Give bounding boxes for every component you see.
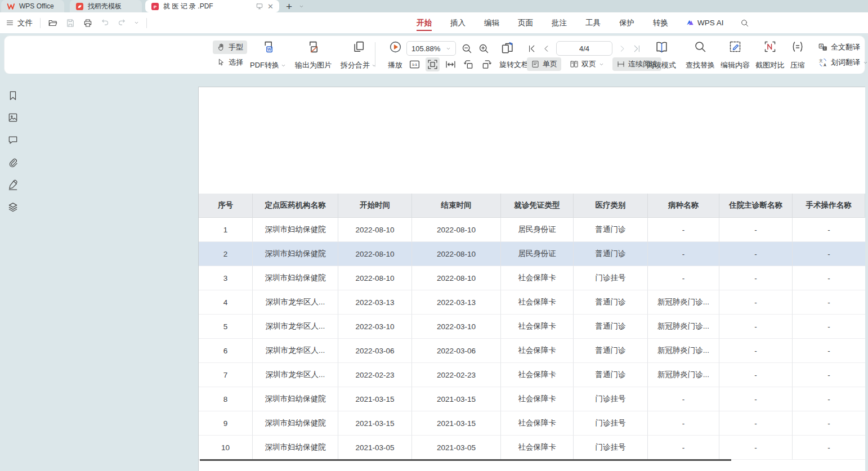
table-cell: 社会保障卡 [501,436,574,460]
first-page-icon[interactable] [527,44,536,53]
hamburger-icon [6,19,14,27]
separator [375,42,375,67]
tab-list-chevron-icon[interactable] [299,4,304,9]
full-translate-label: 全文翻译 [831,42,860,52]
screenshot-compare-button[interactable]: 截图对比 [754,39,786,71]
rotate-left-button[interactable] [462,57,476,71]
wps-ai-button[interactable]: WPS AI [686,19,724,28]
pdf-convert-button[interactable]: W PDF转换 [249,39,287,71]
zoom-in-icon[interactable] [478,43,490,55]
chevron-down-icon [372,63,377,68]
menu-tab-convert[interactable]: 转换 [652,13,669,33]
signature-icon[interactable] [7,179,19,190]
export-image-button[interactable]: 输出为图片 [294,39,333,71]
rotate-doc-label[interactable]: 旋转文档 [499,60,529,70]
pdf-page: 序号定点医药机构名称开始时间结束时间就诊凭证类型医疗类别病种名称住院主诊断名称手… [198,87,865,471]
menu-tab-edit[interactable]: 编辑 [483,13,500,33]
screenshot-compare-icon [763,40,777,53]
zoom-level-select[interactable]: 105.88% [406,41,456,56]
table-header-cell: 病种名称 [648,194,719,218]
rotate-pages-icon[interactable] [500,42,514,56]
menu-tab-protect[interactable]: 保护 [618,13,636,33]
docer-logo-icon [75,2,84,11]
tab-document-active[interactable]: P 就 医 记 录 .PDF ✕ [145,0,279,12]
menu-tab-insert[interactable]: 插入 [449,13,467,33]
table-header-cell: 住院主诊断名称 [719,194,793,218]
undo-icon[interactable] [100,18,110,28]
table-cell: - [719,218,793,242]
monitor-icon[interactable] [256,2,263,10]
double-page-button[interactable]: 双页 [566,57,608,71]
compress-button[interactable]: 压缩 [789,39,806,71]
split-merge-button[interactable]: 拆分合并 [339,39,378,71]
double-page-label: 双页 [581,59,596,69]
window-tab-bar: WPS Office 找稻壳模板 P 就 医 记 录 .PDF ✕ + [0,0,868,12]
menu-tab-comment[interactable]: 批注 [551,13,568,33]
hand-tool-button[interactable]: 手型 [213,41,247,54]
word-translate-button[interactable]: 文A 划词翻译 [814,56,868,69]
tab-docer[interactable]: 找稻壳模板 [70,0,142,12]
table-cell: 社会保障卡 [501,363,574,387]
zoom-level-value: 105.88% [411,44,440,53]
file-menu-label: 文件 [17,18,33,28]
table-cell: 2022-08-10 [338,266,412,290]
table-cell: 3 [199,266,253,290]
table-cell: 2021-03-15 [338,411,412,436]
comment-icon[interactable] [7,134,19,146]
wps-ai-icon [686,19,695,28]
single-page-icon [531,60,540,69]
search-icon[interactable] [740,19,749,28]
book-icon [655,40,669,54]
find-replace-label: 查找替换 [686,60,715,70]
last-page-icon[interactable] [632,44,642,53]
table-cell: 2022-08-10 [412,266,501,290]
single-page-button[interactable]: 单页 [527,57,561,71]
next-page-icon[interactable] [618,44,627,53]
table-cell: 门诊挂号 [574,436,648,460]
new-tab-icon[interactable]: + [286,1,292,12]
thumbnail-icon[interactable] [7,112,19,123]
attachment-icon[interactable] [7,157,19,168]
table-row: 3深圳市妇幼保健院2022-08-102022-08-10社会保障卡门诊挂号--… [199,266,865,290]
export-image-label: 输出为图片 [295,60,332,70]
table-cell: 社会保障卡 [501,266,574,290]
bookmark-icon[interactable] [7,90,19,101]
zoom-out-icon[interactable] [461,43,473,55]
redo-icon[interactable] [117,18,127,28]
actual-size-button[interactable]: 1:1 [408,57,422,71]
compress-icon [791,40,804,53]
find-replace-button[interactable]: 查找替换 [684,39,716,71]
embedded-horizontal-scrollbar [200,459,731,461]
rotate-right-button[interactable] [480,57,494,71]
menu-tab-page[interactable]: 页面 [517,13,534,33]
print-icon[interactable] [83,18,93,28]
select-tool-button[interactable]: 选择 [213,56,247,69]
tab-wps-office[interactable]: WPS Office [1,0,64,12]
table-cell: - [793,242,865,266]
previous-page-icon[interactable] [542,44,551,53]
table-body: 1深圳市妇幼保健院2022-08-102022-08-10居民身份证普通门诊--… [199,218,865,460]
full-translate-icon: A文 [818,42,828,52]
close-tab-icon[interactable]: ✕ [267,2,274,11]
file-menu-button[interactable]: 文件 [6,18,33,28]
table-cell: 2022-08-10 [412,242,501,266]
table-cell: - [793,339,865,363]
layers-icon[interactable] [7,201,19,213]
save-icon[interactable] [65,18,75,28]
table-cell: - [648,411,719,436]
undo-history-chevron-icon[interactable] [134,20,139,25]
full-text-translate-button[interactable]: A文 全文翻译 [814,41,868,54]
page-indicator-input[interactable]: 4/4 [556,41,612,56]
fit-width-button[interactable] [444,57,458,71]
table-cell: 深圳市龙华区人... [253,290,338,315]
edit-content-button[interactable]: 编辑内容 [719,39,751,71]
table-cell: - [719,315,793,339]
fit-page-button[interactable] [426,57,440,71]
table-cell: 1 [199,218,253,242]
read-mode-button[interactable]: 阅读模式 [644,39,679,71]
menu-tab-tools[interactable]: 工具 [584,13,602,33]
menu-tab-home[interactable]: 开始 [415,13,433,33]
table-cell: 2022-03-13 [338,290,412,315]
open-folder-icon[interactable] [48,18,58,28]
rotate-left-icon [463,59,475,70]
